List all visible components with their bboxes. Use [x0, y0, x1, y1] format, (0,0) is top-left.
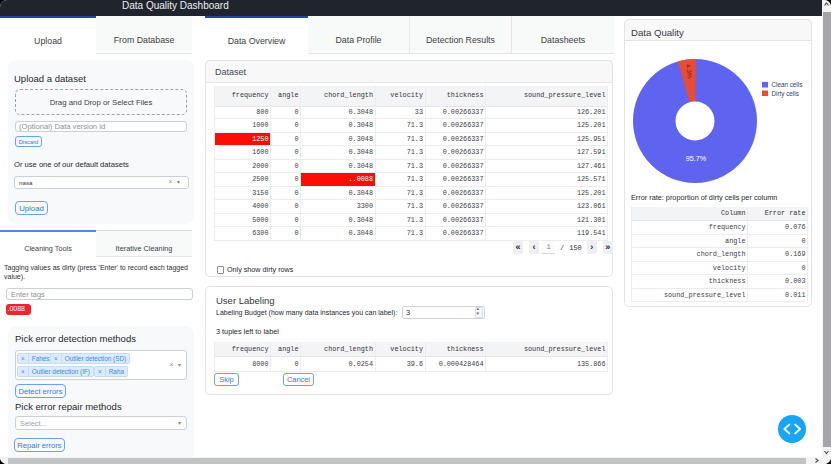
svg-text:Clean cells: Clean cells: [772, 81, 803, 88]
svg-text:Dirty cells: Dirty cells: [772, 90, 799, 98]
svg-text:95.7%: 95.7%: [686, 154, 707, 163]
